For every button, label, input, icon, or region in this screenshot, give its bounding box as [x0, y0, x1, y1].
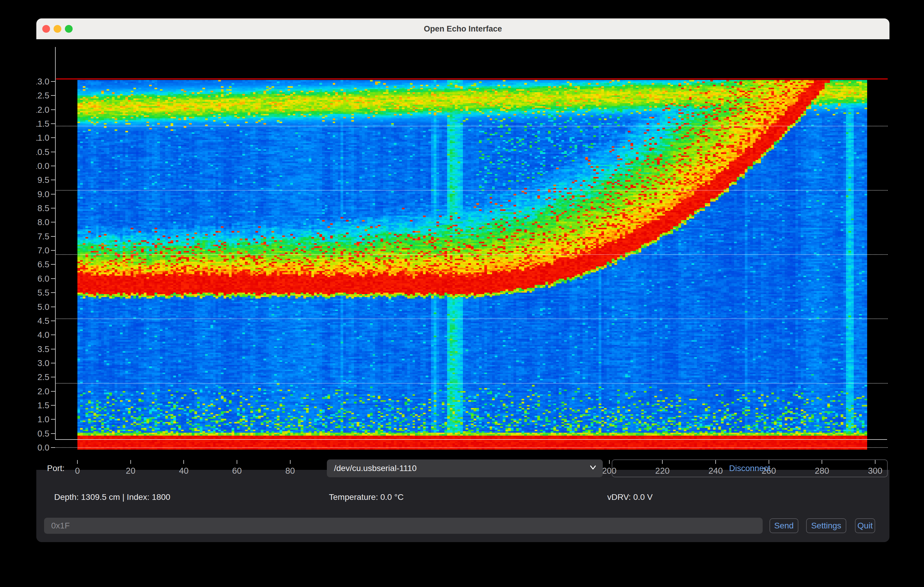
y-tick [51, 194, 55, 194]
port-label: Port: [47, 464, 64, 473]
x-tick [77, 460, 78, 464]
y-tick [51, 81, 55, 82]
y-tick [51, 250, 55, 251]
y-tick [51, 321, 55, 321]
y-tick [51, 222, 55, 222]
x-tick [290, 460, 290, 464]
depth-gridline [56, 383, 888, 384]
y-tick [51, 447, 55, 448]
y-axis-spine [55, 47, 56, 440]
y-tick-label: 4.0 [36, 330, 50, 340]
y-tick-label: 12.0 [36, 105, 50, 115]
y-tick-label: 6.5 [36, 260, 50, 270]
y-tick-label: 7.5 [36, 231, 50, 241]
y-tick [51, 377, 55, 377]
desktop: { "titlebar": { "title": "Open Echo Inte… [0, 0, 924, 587]
y-tick [51, 137, 55, 138]
temperature-status: Temperature: 0.0 °C [329, 492, 404, 502]
close-button[interactable] [42, 25, 50, 33]
echogram-figure: 13.012.512.011.511.010.510.09.59.08.58.0… [36, 39, 889, 470]
settings-button[interactable]: Settings [806, 518, 846, 533]
window-title: Open Echo Interface [424, 25, 502, 34]
y-tick-label: 3.5 [36, 344, 50, 354]
y-tick [51, 109, 55, 110]
port-select[interactable]: /dev/cu.usbserial-1110 [327, 459, 603, 477]
port-select-value: /dev/cu.usbserial-1110 [334, 464, 417, 473]
y-tick [51, 363, 55, 363]
y-tick [51, 152, 55, 152]
y-tick-label: 3.0 [36, 358, 50, 368]
quit-button[interactable]: Quit [855, 518, 875, 533]
vdrv-status: vDRV: 0.0 V [607, 492, 653, 502]
y-tick-label: 5.0 [36, 302, 50, 312]
y-tick-label: 8.5 [36, 203, 50, 213]
chevron-down-icon [589, 463, 597, 474]
y-tick-label: 0.5 [36, 429, 50, 438]
y-tick-label: 4.5 [36, 316, 50, 326]
depth-gridline [56, 126, 888, 127]
x-tick [130, 460, 131, 464]
y-tick [51, 307, 55, 307]
y-tick [51, 179, 55, 180]
y-tick [51, 123, 55, 124]
y-tick-label: 5.5 [36, 288, 50, 298]
minimize-button[interactable] [54, 25, 61, 33]
y-tick-label: 12.5 [36, 91, 50, 100]
y-tick-label: 2.0 [36, 386, 50, 396]
y-tick-label: 7.0 [36, 246, 50, 255]
disconnect-button[interactable]: Disconnect [612, 459, 888, 477]
x-tick [183, 460, 184, 464]
y-tick [51, 95, 55, 96]
y-tick [51, 405, 55, 406]
y-tick-label: 9.5 [36, 175, 50, 185]
y-tick [51, 236, 55, 237]
x-tick-label: 60 [232, 466, 242, 476]
x-tick-label: 0 [75, 466, 80, 476]
y-tick [51, 335, 55, 335]
y-tick-label: 1.5 [36, 400, 50, 410]
send-button[interactable]: Send [769, 518, 799, 533]
command-input[interactable] [44, 518, 763, 534]
y-tick-label: 9.0 [36, 189, 50, 199]
y-tick [51, 349, 55, 349]
depth-index-status: Depth: 1309.5 cm | Index: 1800 [54, 492, 170, 502]
echogram-plot: 13.012.512.011.511.010.510.09.59.08.58.0… [36, 39, 889, 470]
y-tick-label: 8.0 [36, 217, 50, 227]
y-tick [51, 278, 55, 279]
y-tick-label: 11.0 [36, 133, 50, 143]
y-tick [51, 433, 55, 434]
x-tick-label: 40 [179, 466, 188, 476]
y-tick-label: 10.0 [36, 161, 50, 171]
x-tick-label: 80 [285, 466, 295, 476]
titlebar: Open Echo Interface [36, 18, 889, 39]
x-tick [609, 460, 610, 464]
depth-gridline [56, 190, 888, 191]
y-tick [51, 166, 55, 166]
y-tick-label: 11.5 [36, 119, 50, 129]
y-tick-label: 2.5 [36, 372, 50, 382]
depth-gridline [56, 447, 888, 448]
y-tick-label: 1.0 [36, 414, 50, 424]
y-tick [51, 391, 55, 391]
x-tick-label: 20 [126, 466, 135, 476]
depth-gridline [56, 319, 888, 319]
y-tick-label: 10.5 [36, 147, 50, 157]
app-window: Open Echo Interface 13.012.512.011.511.0… [36, 18, 889, 542]
surface-limit-red-line [56, 79, 888, 79]
y-tick [51, 292, 55, 293]
x-axis-spine [55, 439, 887, 440]
y-tick [51, 419, 55, 419]
x-tick [237, 460, 237, 464]
depth-gridline [56, 254, 888, 255]
echogram-canvas [78, 80, 867, 450]
y-tick-label: 13.0 [36, 77, 50, 87]
y-tick [51, 208, 55, 209]
zoom-button[interactable] [65, 25, 73, 33]
y-tick-label: 0.0 [36, 442, 50, 452]
y-tick [51, 264, 55, 265]
y-tick-label: 6.0 [36, 274, 50, 283]
